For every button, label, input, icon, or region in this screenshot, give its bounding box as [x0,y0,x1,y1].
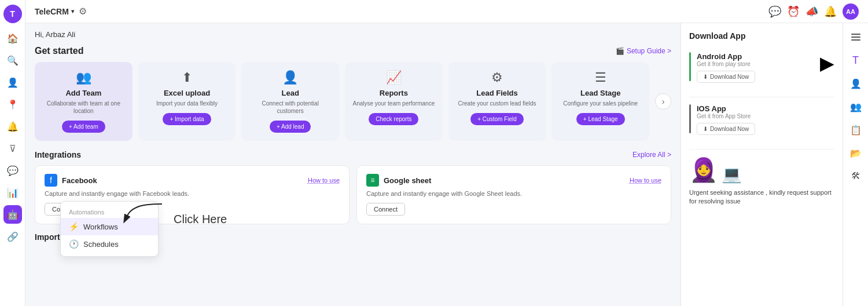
lead-desc: Connect with potential customers [248,100,332,115]
add-team-icon: 👥 [76,70,91,85]
setup-guide-label: Setup Guide > [627,47,671,55]
excel-upload-title: Excel upload [164,89,210,97]
schedule-icon: 🕐 [69,239,79,249]
topbar-icons: 💬 ⏰ 📣 🔔 AA [768,3,859,20]
ios-download-label: Download Now [710,126,749,132]
android-accent [689,52,691,81]
far-right-folder[interactable]: 📂 [847,144,865,162]
import-data-button[interactable]: + Import data [163,113,211,125]
automations-dropdown: Automations ⚡ Workflows 🕐 Schedules [60,201,159,257]
far-right-team[interactable]: 👥 [847,97,865,116]
card-lead-stage: ☰ Lead Stage Configure your sales pipeli… [551,62,649,141]
facebook-desc: Capture and instantly engage with Facebo… [45,190,340,197]
sidebar-automation[interactable]: 🤖 [3,205,22,224]
android-app-name: Android App [697,52,814,61]
video-icon: 🎬 [616,47,624,55]
add-team-title: Add Team [65,89,101,97]
custom-field-button[interactable]: + Custom Field [470,113,524,125]
sidebar-links[interactable]: 🔗 [3,227,22,246]
main-panel: Hi, Arbaz Ali Get started 🎬 Setup Guide … [25,23,681,306]
integrations-section-header: Integrations Explore All > [35,150,671,159]
facebook-header: f Facebook How to use [45,174,340,187]
card-add-team: 👥 Add Team Collaborate with team at one … [35,62,133,141]
whatsapp-icon[interactable]: 💬 [768,5,781,18]
lead-fields-desc: Create your custom lead fields [458,100,536,107]
android-app-item: Android App Get it from play store ⬇ Dow… [689,52,834,90]
lead-stage-title: Lead Stage [580,89,620,97]
ios-store-text: Get it from App Store [697,113,829,119]
gear-icon[interactable]: ⚙ [79,6,87,17]
support-section: 🧕 💻 Urgent seeking assistance , kindly r… [689,149,834,206]
far-right-user-purple[interactable]: T [847,51,865,70]
far-right-user[interactable]: 👤 [847,74,865,93]
sidebar-search[interactable]: 🔍 [3,51,22,70]
lead-title: Lead [282,89,299,97]
reports-icon: 📈 [386,70,402,85]
android-app-info: Android App Get it from play store ⬇ Dow… [697,52,814,83]
get-started-header: Get started 🎬 Setup Guide > [35,46,671,56]
lead-stage-icon: ☰ [595,70,606,85]
card-lead: 👤 Lead Connect with potential customers … [241,62,339,141]
far-right-settings[interactable]: 🛠 [847,167,865,185]
far-right-hamburger[interactable] [847,28,865,46]
lead-icon: 👤 [282,70,298,85]
explore-all-link[interactable]: Explore All > [632,151,671,159]
sidebar-reports[interactable]: 📊 [3,183,22,202]
google-sheet-name-row: ≡ Google sheet [366,174,431,187]
download-app-title: Download App [689,31,834,41]
card-lead-fields: ⚙ Lead Fields Create your custom lead fi… [448,62,546,141]
lead-stage-button[interactable]: + Lead Stage [576,113,625,125]
lead-fields-icon: ⚙ [491,70,503,85]
facebook-name-row: f Facebook [45,174,97,187]
brand-name: TeleCRM [35,7,69,16]
clock-icon[interactable]: ⏰ [787,5,800,18]
add-team-button[interactable]: + Add team [62,121,105,133]
right-panel: Download App Android App Get it from pla… [681,23,843,306]
google-sheet-how-to-use[interactable]: How to use [630,177,661,184]
laptop-icon: 💻 [722,165,742,184]
google-sheet-header: ≡ Google sheet How to use [366,174,661,187]
cards-row: 👥 Add Team Collaborate with team at one … [35,62,671,141]
sidebar-chat[interactable]: 💬 [3,161,22,180]
google-sheet-connect-button[interactable]: Connect [366,203,405,216]
far-right-panel: T 👤 👥 📋 📂 🛠 [843,23,868,306]
facebook-how-to-use[interactable]: How to use [308,177,340,184]
lead-fields-title: Lead Fields [476,89,518,97]
sidebar-contacts[interactable]: 👤 [3,73,22,92]
cards-next-button[interactable]: › [655,93,671,110]
add-lead-button[interactable]: + Add lead [270,121,311,133]
support-figure-icon: 🧕 [689,156,718,184]
sidebar-home[interactable]: 🏠 [3,29,22,48]
sidebar-filter[interactable]: ⊽ [3,139,22,158]
content-area: Hi, Arbaz Ali Get started 🎬 Setup Guide … [25,23,868,306]
facebook-name: Facebook [62,176,97,185]
sidebar-notifications[interactable]: 🔔 [3,117,22,136]
reports-desc: Analyse your team performance [352,100,435,107]
brand[interactable]: TeleCRM ▾ [35,7,74,16]
android-download-label: Download Now [710,74,749,80]
check-reports-button[interactable]: Check reports [369,113,418,125]
android-store-text: Get it from play store [697,61,814,67]
app-logo[interactable]: T [3,5,22,23]
support-text: Urgent seeking assistance , kindly reque… [689,188,834,206]
integration-google-sheet: ≡ Google sheet How to use Capture and in… [356,165,671,224]
android-download-button[interactable]: ⬇ Download Now [697,71,755,83]
dropdown-item-schedules[interactable]: 🕐 Schedules [61,235,158,253]
setup-guide-link[interactable]: 🎬 Setup Guide > [616,47,671,55]
ios-download-button[interactable]: ⬇ Download Now [697,123,755,135]
download-icon: ⬇ [703,74,708,80]
ios-accent [689,104,691,133]
integrations-title: Integrations [35,150,81,159]
far-right-list[interactable]: 📋 [847,121,865,139]
user-avatar[interactable]: AA [843,3,859,20]
ios-app-info: IOS App Get it from App Store ⬇ Download… [697,104,829,135]
lead-stage-desc: Configure your sales pipeline [563,100,638,107]
download-ios-icon: ⬇ [703,126,708,132]
megaphone-icon[interactable]: 📣 [806,5,818,18]
get-started-title: Get started [35,46,83,56]
dropdown-item-workflows[interactable]: ⚡ Workflows [61,218,158,235]
sidebar-location[interactable]: 📍 [3,95,22,114]
bell-icon[interactable]: 🔔 [824,5,837,18]
card-reports: 📈 Reports Analyse your team performance … [345,62,443,141]
excel-upload-icon: ⬆ [182,70,192,85]
